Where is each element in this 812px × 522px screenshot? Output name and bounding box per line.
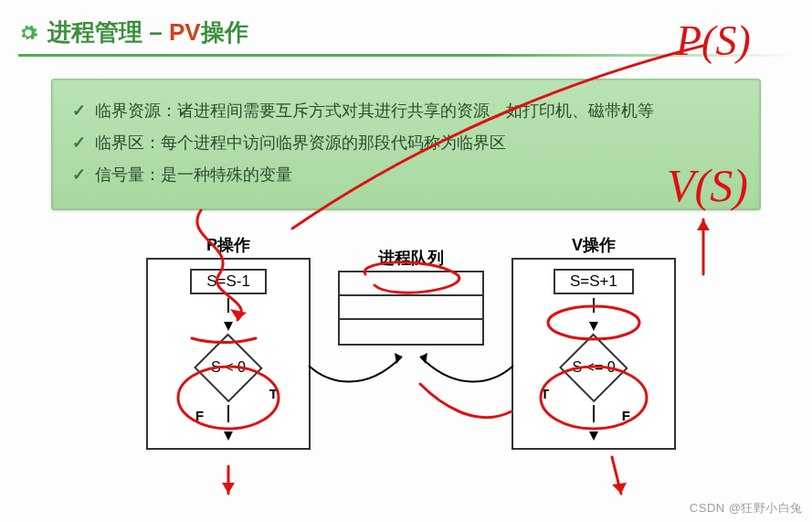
check-icon: ✓ (72, 98, 86, 124)
title-part2: PV (169, 18, 201, 46)
check-icon: ✓ (72, 162, 86, 188)
diagram-connectors (0, 219, 812, 475)
bullet-critical-section: ✓ 临界区：每个进程中访问临界资源的那段代码称为临界区 (72, 130, 742, 156)
bullet-critical-resource: ✓ 临界资源：诸进程间需要互斥方式对其进行共享的资源，如打印机、磁带机等 (72, 98, 742, 124)
page-title: 进程管理 – PV操作 (47, 16, 248, 48)
definitions-box: ✓ 临界资源：诸进程间需要互斥方式对其进行共享的资源，如打印机、磁带机等 ✓ 临… (51, 79, 761, 210)
flowchart-area: P操作 S=S-1 S < 0 T F 进程队列 V操作 S=S+1 S <= … (0, 219, 812, 475)
bullet-semaphore: ✓ 信号量：是一种特殊的变量 (72, 162, 742, 188)
gear-icon (18, 23, 38, 43)
bullet-text: 信号量：是一种特殊的变量 (95, 162, 292, 188)
svg-marker-7 (612, 483, 627, 494)
svg-marker-4 (222, 483, 235, 494)
watermark: CSDN @狂野小白兔 (690, 500, 803, 517)
title-part3: 操作 (201, 18, 248, 46)
bullet-text: 临界区：每个进程中访问临界资源的那段代码称为临界区 (95, 130, 506, 156)
bullet-text: 临界资源：诸进程间需要互斥方式对其进行共享的资源，如打印机、磁带机等 (95, 98, 654, 124)
title-bar: 进程管理 – PV操作 (0, 0, 812, 48)
title-underline (18, 54, 794, 57)
title-part1: 进程管理 – (47, 18, 169, 46)
check-icon: ✓ (72, 130, 86, 156)
